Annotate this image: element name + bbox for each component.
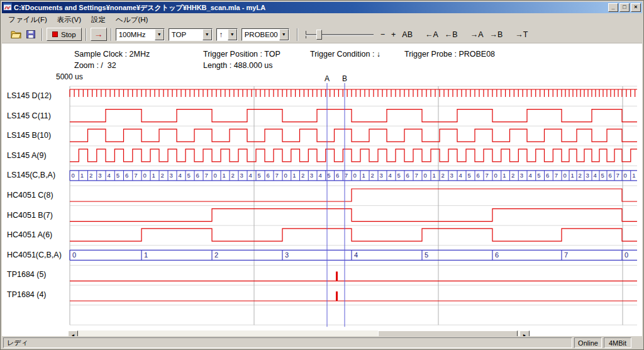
bus-value: 5 [187, 172, 191, 179]
bus-value: 2 [231, 172, 235, 179]
trigger-edge-value: ↑ [217, 29, 228, 40]
waveform-trace [70, 189, 637, 201]
time-axis-label: 5000 us [56, 72, 83, 81]
scroll-thumb[interactable] [378, 330, 518, 336]
scroll-left-button[interactable]: ◄ [68, 330, 78, 336]
goto-cursor-b-button[interactable]: ←B [441, 29, 461, 40]
bus-value: 6 [477, 172, 480, 179]
run-button[interactable]: → [91, 28, 107, 41]
bus-value: 4 [529, 172, 532, 179]
waveform-trace [70, 110, 637, 122]
bus-value: 1 [144, 251, 148, 259]
menu-bar: ファイル(F) 表示(V) 設定 ヘルプ(H) [2, 13, 642, 26]
bus-value: 3 [380, 172, 383, 179]
trigger-position-value: TOP [169, 29, 203, 40]
bus-value: 6 [267, 172, 270, 179]
zoom-in-button[interactable]: + [388, 29, 399, 40]
bus-value: 7 [134, 172, 137, 179]
status-message: レディ [3, 337, 572, 348]
bus-value: 7 [345, 172, 348, 179]
bus-value: 6 [406, 172, 409, 179]
sample-clock-select[interactable]: 100MHz ▼ [116, 28, 165, 41]
close-button[interactable]: × [631, 3, 641, 12]
chevron-down-icon[interactable]: ▼ [155, 29, 164, 40]
bus-value: 5 [327, 172, 330, 179]
waveform-canvas[interactable]: 5000 usLS145 D(12)LS145 C(11)LS145 B(10)… [2, 69, 642, 329]
channel-label: LS145 D(12) [7, 91, 52, 100]
channel-label: TP1684 (5) [7, 270, 47, 279]
bus-value: 1 [632, 172, 635, 179]
channel-label: HC4051(C,B,A) [7, 251, 62, 259]
channel-label: HC4051 A(6) [7, 230, 52, 239]
save-button[interactable] [24, 28, 38, 40]
toolbar-separator [86, 28, 87, 41]
bus-value: 6 [609, 172, 612, 179]
bus-value: 2 [579, 172, 582, 179]
channel-label: LS145 A(9) [7, 151, 47, 160]
bus-value: 7 [486, 172, 489, 179]
waveform-trace [70, 129, 637, 142]
trigger-position-select[interactable]: TOP ▼ [169, 28, 213, 41]
stop-button[interactable]: Stop [47, 28, 82, 41]
bus-value: 3 [285, 251, 289, 259]
bus-value: 2 [161, 172, 164, 179]
bus-value: 3 [450, 172, 453, 179]
maximize-button[interactable]: □ [619, 3, 630, 12]
toolbar: Stop → 100MHz ▼ TOP ▼ ↑ ▼ PROBE00 ▼ − + … [2, 26, 642, 43]
next-cursor-a-button[interactable]: →A [467, 29, 487, 40]
bus-value: 5 [258, 172, 261, 179]
menu-item-file[interactable]: ファイル(F) [3, 14, 52, 26]
cursor-a-label: A [325, 74, 330, 83]
trigger-probe-select[interactable]: PROBE00 ▼ [242, 28, 289, 41]
menu-item-settings[interactable]: 設定 [86, 14, 111, 26]
bus-value: 4 [319, 172, 322, 179]
trigger-condition-label: Trigger Condition : ↓ [310, 50, 380, 59]
trigger-probe-label: Trigger Probe : PROBE08 [404, 50, 495, 59]
ab-cursors-button[interactable]: AB [399, 29, 416, 40]
bus-value: 4 [354, 251, 358, 259]
bus-value: 2 [89, 172, 92, 179]
bus-value: 4 [389, 172, 392, 179]
bus-value: 2 [301, 172, 304, 179]
pulse-mark [336, 271, 338, 281]
bus-value: 4 [249, 172, 252, 179]
bus-value: 0 [72, 251, 76, 259]
chevron-down-icon[interactable]: ▼ [228, 29, 237, 40]
bus-value: 1 [292, 172, 296, 179]
chevron-down-icon[interactable]: ▼ [203, 29, 212, 40]
goto-trigger-button[interactable]: →T [512, 29, 531, 40]
goto-cursor-a-button[interactable]: ←A [422, 29, 441, 40]
bus-value: 0 [494, 172, 497, 179]
bus-value: 0 [625, 251, 628, 259]
slider-thumb[interactable] [316, 30, 322, 40]
bus-value: 7 [205, 172, 208, 179]
zoom-slider[interactable] [306, 28, 374, 41]
stop-label: Stop [61, 31, 76, 38]
channel-label: LS145(C,B,A) [7, 171, 55, 179]
bus-value: 4 [594, 172, 597, 179]
bus-value: 7 [564, 251, 568, 259]
bus-value: 1 [362, 172, 365, 179]
menu-item-view[interactable]: 表示(V) [52, 14, 86, 26]
bus-value: 7 [555, 172, 558, 179]
bus-value: 0 [143, 172, 147, 179]
chevron-down-icon[interactable]: ▼ [279, 29, 289, 40]
menu-item-help[interactable]: ヘルプ(H) [111, 14, 153, 26]
zoom-out-button[interactable]: − [377, 29, 388, 40]
minimize-button[interactable]: _ [608, 3, 618, 12]
scroll-right-button[interactable]: ► [519, 330, 530, 336]
bus-value: 2 [441, 172, 445, 179]
title-bar[interactable]: C:¥Documents and Settings¥noname¥デスクトップ¥… [2, 2, 642, 13]
bus-value: 0 [424, 172, 427, 179]
horizontal-scrollbar[interactable]: ◄ ► [68, 330, 530, 336]
bus-value: 4 [459, 172, 462, 179]
trigger-edge-select[interactable]: ↑ ▼ [216, 28, 238, 41]
bus-value: 2 [214, 251, 218, 259]
sample-clock-label: Sample Clock : 2MHz [74, 50, 150, 59]
channel-label: HC4051 C(8) [7, 191, 53, 200]
next-cursor-b-button[interactable]: →B [487, 29, 506, 40]
waveform-trace [70, 229, 637, 241]
open-file-button[interactable] [8, 28, 24, 40]
bus-value: 5 [468, 172, 471, 179]
bus-value: 5 [397, 172, 401, 179]
